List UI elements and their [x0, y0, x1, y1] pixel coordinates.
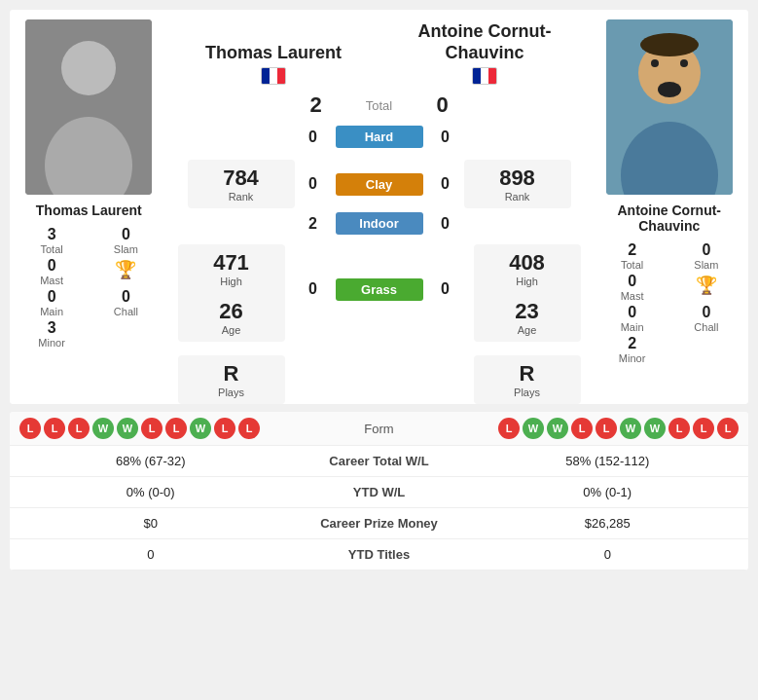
p2-flag-icon	[472, 67, 497, 85]
p2-plays-row: R Plays	[487, 361, 567, 398]
p1-rank-row: 784 Rank	[201, 166, 281, 203]
p1-rank-label: Rank	[229, 191, 254, 203]
p2-form-badge: L	[498, 418, 520, 439]
p1-total-label: Total	[41, 243, 63, 255]
p2-total-label: Total	[621, 259, 643, 271]
p2-minor-value: 2	[628, 335, 636, 352]
p2-main-label: Main	[621, 321, 644, 333]
p2-minor-cell: 2 Minor	[600, 335, 665, 364]
stats-row-2: $0Career Prize Money$26,285	[10, 508, 748, 539]
p2-mast-cell: 0 Mast	[600, 273, 665, 302]
p1-main-value: 0	[48, 288, 56, 306]
p1-mid-stats: 784 Rank	[188, 160, 295, 208]
p2-hard-score: 0	[431, 129, 460, 146]
p2-form-badge: L	[693, 418, 714, 439]
hard-row: 0 Hard 0	[178, 126, 581, 148]
p2-main-value: 0	[628, 304, 636, 321]
p2-header-name: Antoine Cornut-Chauvinc	[379, 21, 591, 63]
p2-chall-label: Chall	[694, 321, 718, 333]
p1-chall-label: Chall	[114, 306, 138, 317]
p2-plays-value: R	[520, 361, 535, 387]
p1-high-row: 471 High	[192, 250, 271, 287]
p1-plays-label: Plays	[218, 387, 244, 398]
stats-row-p1-val: $0	[19, 516, 282, 531]
stats-row-3: 0YTD Titles0	[10, 539, 748, 571]
p1-hard-score: 0	[299, 129, 328, 146]
p1-plays-value: R	[224, 361, 239, 387]
p2-form-badge: L	[717, 418, 739, 439]
p2-form-badge: W	[523, 418, 544, 439]
form-row: LLLWWLLWLL Form LWWLLWWLLL	[10, 412, 748, 446]
player2-name: Antoine Cornut-Chauvinc	[596, 203, 743, 234]
surfaces-area: 0 Hard 0 784 Rank 0 Clay	[168, 126, 591, 404]
player1-stats: 3 Total 0 Slam 0 Mast 🏆 0 Main	[16, 226, 162, 349]
p1-rank-value: 784	[223, 166, 259, 191]
p1-form-badge: W	[190, 418, 211, 439]
p1-mast-value: 0	[48, 257, 56, 275]
p2-name-block: Antoine Cornut-Chauvinc	[379, 21, 591, 85]
p1-form-badge: W	[92, 418, 114, 439]
p1-plays-block: R Plays	[178, 355, 285, 404]
p2-form-badge: W	[547, 418, 568, 439]
stats-row-label: YTD W/L	[282, 485, 477, 499]
p1-minor-value: 3	[48, 319, 56, 337]
player2-stats: 2 Total 0 Slam 0 Mast 🏆 0 Main	[596, 241, 743, 364]
clay-badge: Clay	[336, 173, 423, 196]
p1-form-badge: W	[117, 418, 138, 439]
p2-high-row: 408 High	[487, 250, 567, 287]
p1-main-label: Main	[40, 306, 63, 317]
data-rows-container: 68% (67-32)Career Total W/L58% (152-112)…	[10, 446, 748, 571]
p1-high-age-stats: 471 High 26 Age	[178, 244, 285, 342]
p1-age-value: 26	[219, 299, 242, 324]
top-section: Thomas Laurent 3 Total 0 Slam 0 Mast 🏆	[10, 10, 748, 404]
stats-row-label: Career Prize Money	[282, 516, 477, 531]
stats-row-p1-val: 68% (67-32)	[19, 454, 282, 468]
svg-point-7	[651, 59, 659, 67]
svg-point-8	[680, 59, 688, 67]
stats-row-0: 68% (67-32)Career Total W/L58% (152-112)	[10, 446, 748, 477]
p2-total-score: 0	[423, 92, 462, 118]
p1-total-value: 3	[48, 226, 56, 243]
p2-slam-cell: 0 Slam	[674, 241, 739, 271]
p1-form-badges: LLLWWLLWLL	[19, 418, 302, 439]
p1-trophy-cell: 🏆	[93, 257, 158, 286]
p2-indoor-score: 0	[431, 215, 460, 233]
p1-slam-label: Slam	[114, 243, 138, 255]
p2-mast-value: 0	[628, 273, 636, 290]
p2-flag	[472, 67, 497, 85]
p1-chall-cell: 0 Chall	[93, 288, 158, 317]
p1-name-block: Thomas Laurent	[168, 43, 379, 86]
p1-form-badge: L	[214, 418, 235, 439]
p2-clay-score: 0	[431, 175, 460, 193]
p2-chall-value: 0	[702, 304, 710, 321]
indoor-row: 2 Indoor 0	[178, 212, 581, 235]
p2-total-value: 2	[628, 241, 636, 259]
hard-badge: Hard	[336, 126, 423, 148]
stats-row-p2-val: 0% (0-1)	[477, 485, 740, 499]
p2-slam-label: Slam	[694, 259, 718, 271]
p2-rank-label: Rank	[505, 191, 530, 203]
p1-form-badge: L	[68, 418, 90, 439]
p2-minor-label: Minor	[619, 352, 646, 364]
stats-row-1: 0% (0-0)YTD W/L0% (0-1)	[10, 477, 748, 508]
p2-plays-label: Plays	[514, 387, 540, 398]
p1-chall-value: 0	[122, 288, 130, 306]
p2-trophy-icon: 🏆	[696, 275, 717, 296]
p1-flag-icon	[261, 67, 286, 85]
p1-minor-cell: 3 Minor	[19, 319, 84, 349]
p1-form-badge: L	[165, 418, 187, 439]
p2-high-label: High	[516, 276, 538, 287]
svg-point-1	[61, 41, 116, 95]
center-columns: Thomas Laurent Antoine Cornut-Chauvinc 2…	[168, 10, 591, 404]
form-label: Form	[302, 422, 457, 436]
p1-header-name: Thomas Laurent	[205, 43, 342, 64]
svg-point-9	[640, 33, 699, 56]
p2-age-row: 23 Age	[487, 299, 567, 336]
p1-minor-label: Minor	[38, 337, 65, 349]
grass-row: 0 Grass 0	[299, 278, 460, 301]
p2-main-cell: 0 Main	[600, 304, 665, 333]
stats-row-p1-val: 0	[19, 547, 282, 562]
p1-age-row: 26 Age	[192, 299, 271, 336]
p1-high-label: High	[220, 276, 242, 287]
clay-row: 0 Clay 0	[299, 173, 460, 196]
